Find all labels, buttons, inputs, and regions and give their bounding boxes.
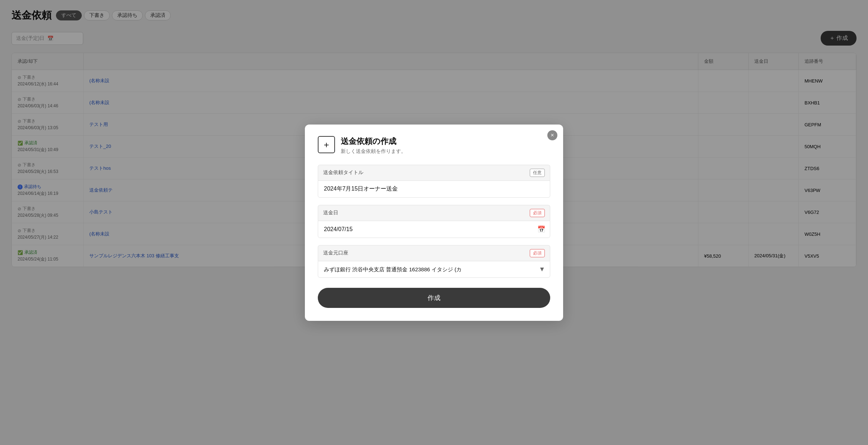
modal-close-button[interactable]: × — [547, 130, 557, 140]
date-input[interactable] — [318, 221, 550, 238]
modal-title-block: 送金依頼の作成 新しく送金依頼を作ります。 — [341, 136, 406, 155]
account-select-wrapper: みずほ銀行 渋谷中央支店 普通預金 1623886 イタシジ (カ ▼ — [318, 261, 550, 278]
modal-icon-symbol: ＋ — [322, 139, 331, 150]
form-label-row-title: 送金依頼タイトル 任意 — [318, 165, 550, 181]
badge-required: 必須 — [530, 209, 545, 217]
form-section-date: 送金日 必須 📅 — [318, 205, 550, 238]
modal-dialog: × ＋ 送金依頼の作成 新しく送金依頼を作ります。 送金依頼タイトル 任意 送金… — [305, 125, 563, 321]
form-label-date: 送金日 — [323, 210, 338, 216]
modal-subtitle: 新しく送金依頼を作ります。 — [341, 148, 406, 155]
modal-icon: ＋ — [318, 136, 335, 153]
modal-overlay: × ＋ 送金依頼の作成 新しく送金依頼を作ります。 送金依頼タイトル 任意 送金… — [0, 0, 868, 445]
calendar-icon: 📅 — [537, 225, 545, 233]
form-section-title: 送金依頼タイトル 任意 — [318, 165, 550, 198]
form-label-title: 送金依頼タイトル — [323, 169, 363, 176]
form-label-row-account: 送金元口座 必須 — [318, 245, 550, 261]
modal-title: 送金依頼の作成 — [341, 136, 406, 147]
badge-required-account: 必須 — [530, 249, 545, 257]
title-input[interactable] — [318, 181, 550, 198]
form-label-account: 送金元口座 — [323, 250, 348, 256]
form-section-account: 送金元口座 必須 みずほ銀行 渋谷中央支店 普通預金 1623886 イタシジ … — [318, 245, 550, 278]
modal-header: ＋ 送金依頼の作成 新しく送金依頼を作ります。 — [318, 136, 550, 155]
date-input-wrapper: 📅 — [318, 221, 550, 238]
modal-submit-button[interactable]: 作成 — [318, 288, 550, 308]
form-label-row-date: 送金日 必須 — [318, 205, 550, 221]
account-select[interactable]: みずほ銀行 渋谷中央支店 普通預金 1623886 イタシジ (カ — [318, 261, 550, 278]
badge-optional: 任意 — [530, 169, 545, 177]
